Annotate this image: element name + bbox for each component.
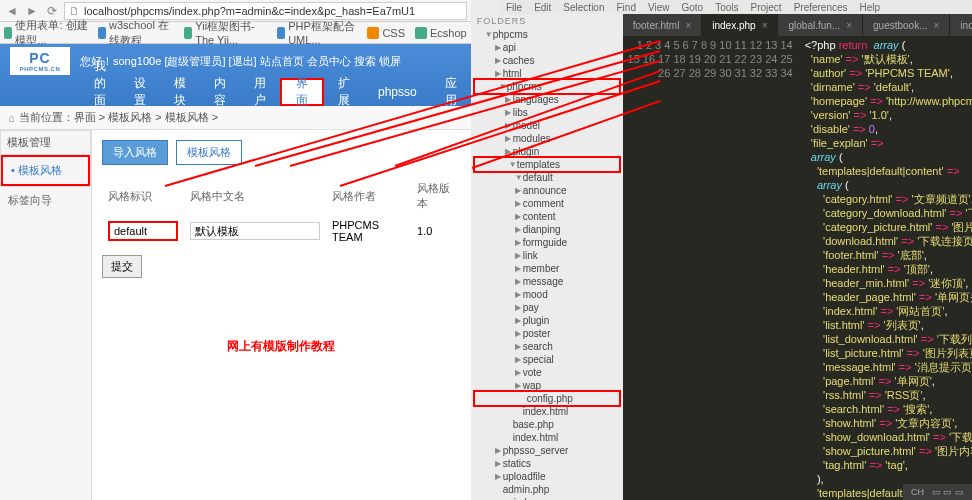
tree-arrow-icon: ▶ xyxy=(515,223,523,236)
sidebar-label-wizard[interactable]: 标签向导 xyxy=(0,187,91,214)
tree-item[interactable]: index.html xyxy=(471,405,623,418)
tree-item[interactable]: index.html xyxy=(471,431,623,444)
menu-item[interactable]: Edit xyxy=(534,2,551,13)
tree-item[interactable]: ▶api xyxy=(471,41,623,54)
nav-item[interactable]: 内容 xyxy=(200,78,240,106)
bookmark-item[interactable]: w3school 在线教程 xyxy=(98,18,174,48)
tree-item[interactable]: ▶statics xyxy=(471,457,623,470)
editor-tab[interactable]: global.fun...× xyxy=(778,14,863,36)
tree-item[interactable]: admin.php xyxy=(471,483,623,496)
back-icon[interactable]: ◄ xyxy=(4,3,20,19)
style-id-input[interactable] xyxy=(108,221,178,241)
tree-arrow-icon: ▶ xyxy=(515,236,523,249)
tree-item[interactable]: ▶caches xyxy=(471,54,623,67)
tree-arrow-icon: ▶ xyxy=(495,444,503,457)
tree-item[interactable]: ▶poster xyxy=(471,327,623,340)
tree-item[interactable]: ▶vote xyxy=(471,366,623,379)
menu-item[interactable]: View xyxy=(648,2,670,13)
close-icon[interactable]: × xyxy=(685,20,691,31)
menu-item[interactable]: Help xyxy=(860,2,881,13)
menu-item[interactable]: Find xyxy=(617,2,636,13)
tree-item[interactable]: ▶member xyxy=(471,262,623,275)
tree-item[interactable]: ▶plugin xyxy=(471,314,623,327)
tree-item[interactable]: ▶special xyxy=(471,353,623,366)
tree-item[interactable]: ▶formguide xyxy=(471,236,623,249)
th-author: 风格作者 xyxy=(326,177,411,215)
bookmark-icon xyxy=(98,27,106,39)
nav-item[interactable]: 用户 xyxy=(240,78,280,106)
tree-item[interactable]: ▶message xyxy=(471,275,623,288)
editor-tab[interactable]: guestbook...× xyxy=(863,14,950,36)
submit-button[interactable]: 提交 xyxy=(102,255,142,278)
bookmark-item[interactable]: CSS xyxy=(367,27,405,39)
template-style-button[interactable]: 模板风格 xyxy=(176,140,242,165)
bookmarks-bar: 使用表单: 创建模型...w3school 在线教程Yii框架图书-The Yi… xyxy=(0,22,471,44)
nav-item[interactable]: 扩展 xyxy=(324,78,364,106)
logo[interactable]: PC PHPCMS.CN xyxy=(10,47,70,75)
editor-tab[interactable]: index.php× xyxy=(702,14,778,36)
bookmark-item[interactable]: Ecshop xyxy=(415,27,467,39)
style-table: 风格标识 风格中文名 风格作者 风格版本 PHPCMS TEAM 1.0 xyxy=(102,177,461,247)
tree-arrow-icon: ▶ xyxy=(515,314,523,327)
reload-icon[interactable]: ⟳ xyxy=(44,3,60,19)
forward-icon[interactable]: ► xyxy=(24,3,40,19)
tree-item[interactable]: ▶mood xyxy=(471,288,623,301)
style-name-input[interactable] xyxy=(190,222,320,240)
tree-arrow-icon: ▶ xyxy=(495,457,503,470)
nav-item[interactable]: phpsso xyxy=(364,78,431,106)
tree-item[interactable]: ▶announce xyxy=(471,184,623,197)
bookmark-item[interactable]: PHP框架配合UML... xyxy=(277,19,358,46)
nav-item[interactable]: 模块 xyxy=(160,78,200,106)
status-bar: CH ▭ ▭ ▭ xyxy=(903,484,972,500)
tree-arrow-icon: ▶ xyxy=(515,366,523,379)
main-nav: 我的面板设置模块内容用户界面扩展phpsso应用 xyxy=(0,78,471,106)
menu-item[interactable]: Project xyxy=(751,2,782,13)
close-icon[interactable]: × xyxy=(846,20,852,31)
status-lang: CH xyxy=(911,487,924,497)
tree-arrow-icon: ▼ xyxy=(485,28,493,41)
tree-arrow-icon: ▶ xyxy=(515,288,523,301)
import-style-button[interactable]: 导入风格 xyxy=(102,140,168,165)
cms-header: PC PHPCMS.CN 您好！song100e [超级管理员] [退出] 站点… xyxy=(0,44,471,106)
menu-item[interactable]: Tools xyxy=(715,2,738,13)
tree-item[interactable]: ▶search xyxy=(471,340,623,353)
home-icon: ⌂ xyxy=(8,112,15,124)
bookmark-icon xyxy=(4,27,12,39)
bookmark-item[interactable]: Yii框架图书-The Yii... xyxy=(184,19,267,46)
bookmark-item[interactable]: 使用表单: 创建模型... xyxy=(4,18,88,48)
tree-item[interactable]: ▶pay xyxy=(471,301,623,314)
tree-item[interactable]: ▶link xyxy=(471,249,623,262)
tree-item[interactable]: ▶content xyxy=(471,210,623,223)
bookmark-icon xyxy=(367,27,379,39)
tree-item[interactable]: ▶uploadfile xyxy=(471,470,623,483)
tree-arrow-icon: ▶ xyxy=(495,41,503,54)
tree-item[interactable]: ▼default xyxy=(471,171,623,184)
menu-item[interactable]: File xyxy=(506,2,522,13)
close-icon[interactable]: × xyxy=(762,20,768,31)
tree-arrow-icon: ▶ xyxy=(505,132,513,145)
sidebar: 模板管理 • 模板风格 标签向导 xyxy=(0,130,92,500)
tree-arrow-icon: ▶ xyxy=(515,210,523,223)
tree-item[interactable]: ▶dianping xyxy=(471,223,623,236)
sidebar-item-template-style[interactable]: • 模板风格 xyxy=(1,155,90,186)
status-icons: ▭ ▭ ▭ xyxy=(932,487,964,497)
tree-item[interactable]: ▶comment xyxy=(471,197,623,210)
style-author: PHPCMS TEAM xyxy=(326,215,411,247)
menu-item[interactable]: Goto xyxy=(681,2,703,13)
nav-item[interactable]: 设置 xyxy=(120,78,160,106)
menu-item[interactable]: Preferences xyxy=(794,2,848,13)
tree-item[interactable]: base.php xyxy=(471,418,623,431)
close-icon[interactable]: × xyxy=(934,20,940,31)
editor-tab[interactable]: index.php× xyxy=(950,14,972,36)
code-area[interactable]: 1 2 3 4 5 6 7 8 9 10 11 12 13 14 15 16 1… xyxy=(623,36,972,500)
tree-item[interactable]: ▶phpsso_server xyxy=(471,444,623,457)
code-lines: <?php return array ( 'name' => '默认模板', '… xyxy=(801,36,972,500)
menu-item[interactable]: Selection xyxy=(563,2,604,13)
tree-arrow-icon: ▶ xyxy=(515,301,523,314)
tree-item[interactable]: ▼phpcms xyxy=(471,28,623,41)
bookmark-icon xyxy=(184,27,192,39)
editor-tab[interactable]: footer.html× xyxy=(623,14,703,36)
tree-item[interactable]: api.php xyxy=(471,496,623,500)
nav-item[interactable]: 我的面板 xyxy=(80,78,120,106)
nav-item[interactable]: 界面 xyxy=(280,78,324,106)
